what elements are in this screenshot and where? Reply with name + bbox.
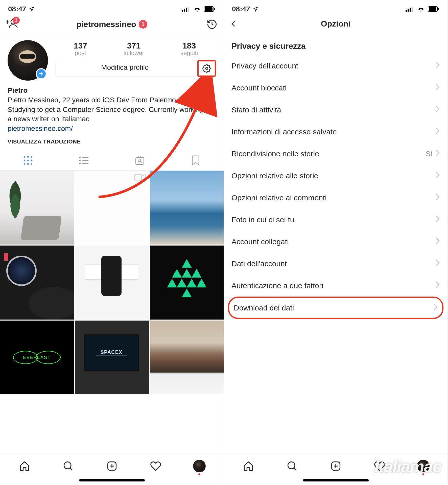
option-label: Dati dell'account: [231, 259, 287, 268]
svg-point-12: [27, 156, 29, 158]
svg-line-57: [294, 468, 296, 470]
option-label: Account collegati: [231, 237, 289, 246]
option-story-resharing[interactable]: Ricondivisione nelle storie Sì: [224, 143, 447, 165]
battery-icon: [204, 6, 216, 12]
option-label: Autenticazione a due fattori: [231, 281, 323, 290]
svg-point-27: [139, 159, 141, 161]
svg-rect-50: [408, 9, 409, 12]
nav-profile[interactable]: [192, 458, 207, 474]
profile-bio: Pietro Pietro Messineo, 22 years old iOS…: [0, 83, 224, 138]
tab-tagged[interactable]: [112, 150, 168, 171]
svg-marker-37: [182, 289, 192, 297]
svg-point-18: [27, 163, 29, 165]
chevron-right-icon: [435, 171, 440, 180]
battery-icon: [428, 6, 439, 12]
wifi-icon: [193, 6, 201, 12]
nav-search[interactable]: [285, 458, 300, 474]
watermark: Italiamac: [374, 457, 441, 476]
tab-list[interactable]: [56, 150, 112, 171]
post-thumbnail[interactable]: SPACEX: [75, 321, 149, 394]
bio-link[interactable]: pietromessineo.com/: [8, 124, 216, 133]
video-overlay-icon: [134, 174, 146, 182]
option-two-factor[interactable]: Autenticazione a due fattori: [224, 275, 447, 297]
option-activity-status[interactable]: Stato di attività: [224, 99, 447, 121]
option-label: Stato di attività: [231, 106, 281, 114]
section-privacy-security: Privacy e sicurezza: [224, 34, 447, 55]
svg-marker-31: [182, 269, 192, 278]
profile-avatar[interactable]: +: [8, 40, 48, 81]
discover-people-button[interactable]: 3: [6, 19, 18, 30]
stat-following[interactable]: 183 seguiti: [180, 41, 198, 57]
post-thumbnail[interactable]: [75, 171, 149, 245]
svg-text:SPACEX: SPACEX: [101, 349, 123, 355]
cellular-icon: [182, 6, 190, 12]
location-arrow-icon: [29, 6, 34, 12]
option-download-data[interactable]: Download dei dati: [229, 298, 442, 318]
back-button[interactable]: [230, 19, 253, 29]
discover-badge: 3: [13, 17, 20, 24]
chevron-right-icon: [435, 259, 440, 268]
nav-search[interactable]: [61, 458, 76, 474]
translate-button[interactable]: VISUALIZZA TRADUZIONE: [0, 138, 224, 150]
option-label: Privacy dell'account: [231, 62, 298, 70]
option-account-data[interactable]: Dati dell'account: [224, 253, 447, 275]
svg-rect-28: [135, 174, 142, 181]
svg-rect-5: [205, 7, 213, 11]
gear-icon: [202, 64, 211, 73]
svg-point-10: [205, 67, 208, 69]
search-icon: [63, 460, 74, 472]
svg-point-22: [80, 160, 81, 161]
option-comment-options[interactable]: Opzioni relative ai commenti: [224, 187, 447, 209]
grid-icon: [23, 155, 33, 165]
post-thumbnail[interactable]: [75, 246, 149, 319]
option-account-privacy[interactable]: Privacy dell'account: [224, 55, 447, 77]
svg-marker-34: [177, 279, 187, 287]
post-thumbnail[interactable]: [150, 171, 224, 245]
option-saved-login-info[interactable]: Informazioni di accesso salvate: [224, 121, 447, 143]
option-label: Opzioni relative ai commenti: [231, 193, 327, 202]
svg-marker-30: [172, 269, 182, 278]
option-blocked-accounts[interactable]: Account bloccati: [224, 77, 447, 99]
nav-create[interactable]: [104, 458, 120, 474]
profile-username[interactable]: pietromessineo: [76, 20, 136, 29]
svg-marker-36: [197, 279, 206, 287]
edit-profile-button[interactable]: Modifica profilo: [56, 60, 194, 77]
post-thumbnail[interactable]: [0, 171, 74, 245]
svg-point-14: [24, 160, 25, 161]
download-data-highlight-annotation: Download dei dati: [228, 297, 443, 319]
svg-rect-54: [429, 7, 436, 11]
svg-marker-29: [182, 259, 192, 268]
archive-icon[interactable]: [206, 19, 218, 30]
nav-home[interactable]: [17, 458, 32, 474]
home-indicator[interactable]: [303, 479, 369, 481]
post-thumbnail[interactable]: EVERLAST: [0, 321, 74, 394]
option-photos-of-you[interactable]: Foto in cui ci sei tu: [224, 209, 447, 231]
profile-stats: 137 post 371 follower 183 seguiti: [56, 41, 216, 57]
post-thumbnail[interactable]: [150, 321, 224, 394]
svg-rect-55: [438, 8, 439, 10]
svg-rect-1: [184, 9, 185, 12]
stat-followers[interactable]: 371 follower: [123, 41, 144, 57]
heart-icon: [150, 460, 161, 472]
post-thumbnail[interactable]: [150, 246, 224, 319]
location-arrow-icon: [253, 6, 258, 12]
nav-home[interactable]: [241, 458, 256, 474]
nav-activity[interactable]: [148, 458, 163, 474]
tab-grid[interactable]: [0, 150, 56, 171]
chevron-right-icon: [435, 127, 440, 136]
option-story-options[interactable]: Opzioni relative alle storie: [224, 165, 447, 187]
option-linked-accounts[interactable]: Account collegati: [224, 231, 447, 253]
home-indicator[interactable]: [79, 479, 145, 481]
stat-posts[interactable]: 137 post: [74, 41, 87, 57]
tab-saved[interactable]: [168, 150, 224, 171]
nav-avatar-icon: [193, 460, 206, 472]
chevron-right-icon: [435, 61, 440, 70]
bottom-nav: [0, 453, 224, 476]
add-story-plus-icon[interactable]: +: [36, 68, 47, 79]
settings-button[interactable]: [199, 61, 215, 76]
status-bar: 08:47: [224, 0, 447, 16]
nav-create[interactable]: [328, 458, 343, 474]
option-label: Ricondivisione nelle storie: [231, 150, 319, 158]
post-thumbnail[interactable]: [0, 246, 74, 319]
chevron-right-icon: [435, 215, 440, 224]
